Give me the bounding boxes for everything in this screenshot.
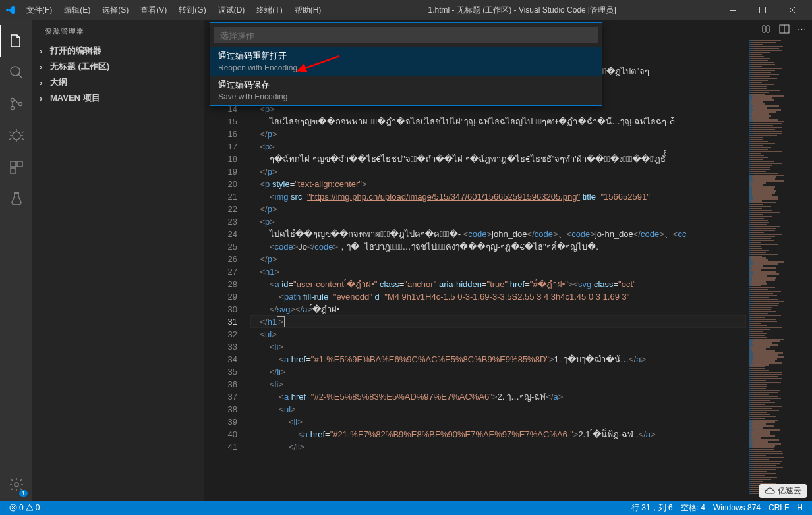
scm-icon[interactable] — [0, 88, 32, 120]
gutter: 1011121314151617181920212223242526272829… — [204, 53, 250, 453]
reopen-with-encoding-item[interactable]: 通过编码重新打开 Reopen with Encoding — [210, 47, 602, 76]
watermark: 亿速云 — [759, 484, 807, 498]
extensions-icon[interactable] — [0, 151, 32, 183]
activity-bar: 1 — [0, 20, 32, 501]
svg-rect-8 — [17, 161, 22, 167]
minimap[interactable] — [746, 40, 812, 501]
svg-point-5 — [19, 103, 22, 106]
sidebar-title: 资源管理器 — [32, 20, 204, 43]
status-eol[interactable]: CRLF — [765, 503, 793, 512]
svg-point-4 — [11, 107, 14, 110]
compare-icon[interactable] — [761, 24, 771, 36]
menu-terminal[interactable]: 终端(T) — [251, 2, 287, 18]
svg-point-6 — [13, 132, 20, 140]
svg-rect-0 — [730, 10, 736, 11]
status-bar: 0 0 行 31，列 6 空格: 4 Windows 874 CRLF H — [0, 501, 812, 515]
status-spaces[interactable]: 空格: 4 — [677, 502, 709, 514]
maven-section[interactable]: ›MAVEN 项目 — [32, 90, 204, 106]
debug-icon[interactable] — [0, 120, 32, 151]
command-palette: 通过编码重新打开 Reopen with Encoding 通过编码保存 Sav… — [210, 22, 602, 106]
search-icon[interactable] — [0, 57, 32, 88]
status-language[interactable]: H — [793, 503, 807, 512]
svg-point-2 — [11, 67, 20, 76]
save-with-encoding-item[interactable]: 通过编码保存 Save with Encoding — [210, 76, 602, 105]
window-title: 1.html - 无标题 (工作区) - Visual Studio Code … — [326, 5, 718, 16]
svg-point-3 — [11, 99, 14, 102]
code-content[interactable]: <p> ๆญฃ��กจพพาผ�ำ�ฎไธ€ป๎"ทาญ-ๆฎ�ำ'�ฉฌษ�ท… — [250, 53, 746, 453]
menu-select[interactable]: 选择(S) — [97, 2, 134, 18]
chevron-right-icon: › — [40, 62, 50, 72]
explorer-sidebar: 资源管理器 ›打开的编辑器 ›无标题 (工作区) ›大纲 ›MAVEN 项目 — [32, 20, 204, 501]
title-bar: 文件(F) 编辑(E) 选择(S) 查看(V) 转到(G) 调试(D) 终端(T… — [0, 0, 812, 20]
svg-rect-7 — [11, 161, 16, 167]
chevron-right-icon: › — [40, 46, 50, 56]
settings-icon[interactable]: 1 — [0, 469, 32, 501]
maximize-button[interactable] — [747, 0, 777, 20]
svg-rect-1 — [759, 7, 765, 13]
menu-file[interactable]: 文件(F) — [21, 2, 57, 18]
status-position[interactable]: 行 31，列 6 — [627, 502, 677, 514]
outline-section[interactable]: ›大纲 — [32, 74, 204, 90]
svg-point-10 — [14, 483, 18, 487]
menu-go[interactable]: 转到(G) — [173, 2, 211, 18]
editor-toolbar: ··· — [761, 24, 807, 36]
status-encoding[interactable]: Windows 874 — [709, 503, 765, 512]
command-input[interactable] — [214, 27, 598, 43]
open-editors-section[interactable]: ›打开的编辑器 — [32, 43, 204, 59]
menu-bar: 文件(F) 编辑(E) 选择(S) 查看(V) 转到(G) 调试(D) 终端(T… — [21, 2, 326, 18]
menu-view[interactable]: 查看(V) — [135, 2, 172, 18]
status-errors[interactable]: 0 0 — [5, 503, 44, 512]
close-button[interactable] — [777, 0, 807, 20]
svg-rect-9 — [11, 168, 16, 173]
chevron-right-icon: › — [40, 78, 50, 88]
menu-debug[interactable]: 调试(D) — [213, 2, 250, 18]
minimize-button[interactable] — [718, 0, 747, 20]
more-icon[interactable]: ··· — [798, 24, 807, 36]
chevron-right-icon: › — [40, 94, 50, 103]
test-icon[interactable] — [0, 183, 32, 215]
vscode-icon — [5, 5, 16, 15]
menu-edit[interactable]: 编辑(E) — [59, 2, 96, 18]
explorer-icon[interactable] — [0, 25, 32, 57]
workspace-section[interactable]: ›无标题 (工作区) — [32, 59, 204, 74]
split-icon[interactable] — [779, 24, 790, 36]
menu-help[interactable]: 帮助(H) — [289, 2, 327, 18]
